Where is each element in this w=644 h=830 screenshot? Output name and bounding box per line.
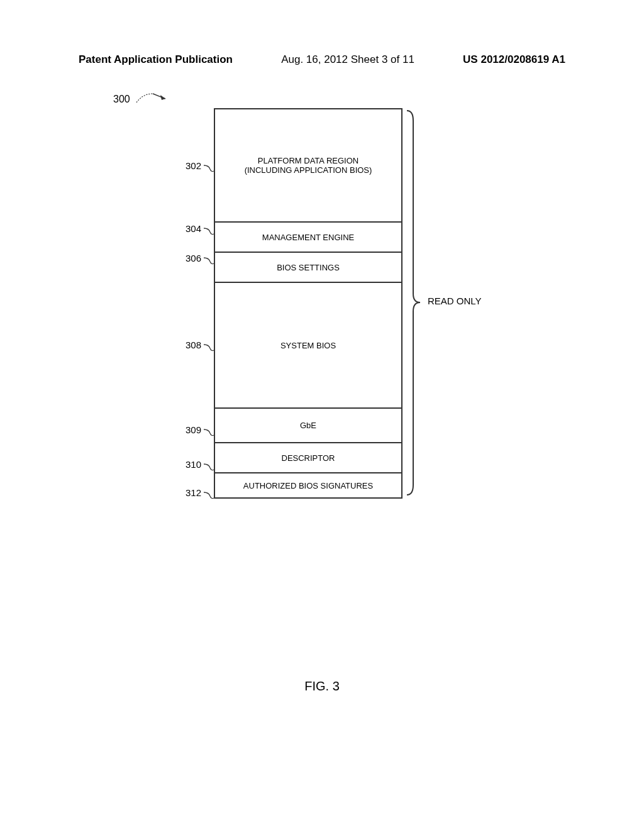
memory-region-cell: BIOS SETTINGS xyxy=(214,252,402,282)
ref-hook-icon xyxy=(203,463,215,474)
read-only-label: READ ONLY xyxy=(428,296,482,306)
table-row: GbE xyxy=(214,408,402,443)
bracket-icon xyxy=(406,108,421,497)
ref-hook-icon xyxy=(203,164,215,175)
memory-region-cell: SYSTEM BIOS xyxy=(214,282,402,408)
ref-hook-icon xyxy=(203,428,215,440)
ref-label-302: 302 xyxy=(176,160,201,171)
ref-label-309: 309 xyxy=(176,424,201,435)
arrow-300-icon xyxy=(135,91,170,108)
figure-label: FIG. 3 xyxy=(0,679,644,694)
header-center: Aug. 16, 2012 Sheet 3 of 11 xyxy=(281,53,414,66)
memory-region-cell: PLATFORM DATA REGION(INCLUDING APPLICATI… xyxy=(214,109,402,222)
ref-label-306: 306 xyxy=(176,253,201,263)
table-row: DESCRIPTOR xyxy=(214,443,402,473)
ref-label-310: 310 xyxy=(176,459,201,470)
memory-table: PLATFORM DATA REGION(INCLUDING APPLICATI… xyxy=(214,108,402,499)
memory-table-wrapper: PLATFORM DATA REGION(INCLUDING APPLICATI… xyxy=(214,108,402,499)
page-header: Patent Application Publication Aug. 16, … xyxy=(0,53,644,66)
ref-label-312: 312 xyxy=(176,487,201,498)
ref-label-308: 308 xyxy=(176,340,201,350)
memory-region-cell: AUTHORIZED BIOS SIGNATURES xyxy=(214,473,402,498)
memory-region-cell: DESCRIPTOR xyxy=(214,443,402,473)
table-row: BIOS SETTINGS xyxy=(214,252,402,282)
memory-region-cell: GbE xyxy=(214,408,402,443)
header-left: Patent Application Publication xyxy=(79,53,233,66)
ref-label-304: 304 xyxy=(176,223,201,234)
ref-hook-icon xyxy=(203,257,215,268)
ref-hook-icon xyxy=(203,491,215,502)
ref-hook-icon xyxy=(203,343,215,355)
svg-marker-0 xyxy=(160,95,165,100)
table-row: AUTHORIZED BIOS SIGNATURES xyxy=(214,473,402,498)
ref-hook-icon xyxy=(203,227,215,238)
ref-300-text: 300 xyxy=(113,94,130,105)
ref-300-label: 300 xyxy=(113,91,170,108)
memory-region-cell: MANAGEMENT ENGINE xyxy=(214,222,402,252)
table-row: PLATFORM DATA REGION(INCLUDING APPLICATI… xyxy=(214,109,402,222)
header-right: US 2012/0208619 A1 xyxy=(463,53,565,66)
table-row: SYSTEM BIOS xyxy=(214,282,402,408)
table-row: MANAGEMENT ENGINE xyxy=(214,222,402,252)
